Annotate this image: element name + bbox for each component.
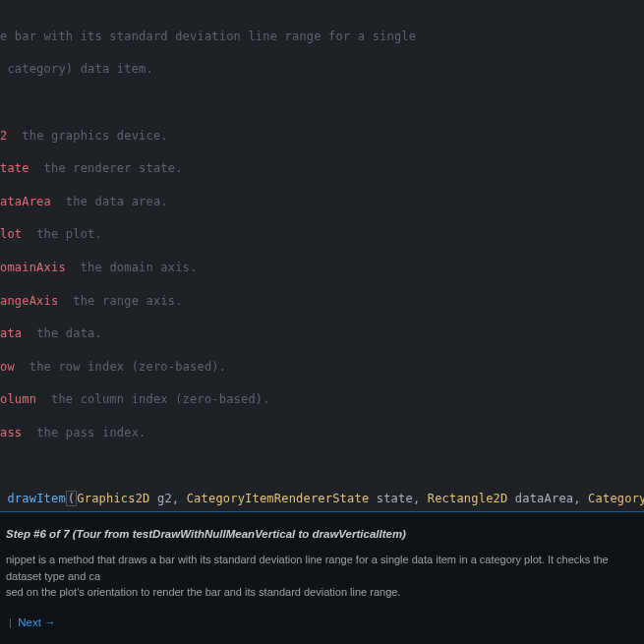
param-name: ataArea (0, 195, 51, 208)
param: state (377, 492, 413, 505)
param-desc: the domain axis. (66, 261, 198, 274)
comment-line: category) data item. (0, 62, 153, 76)
param-desc: the column index (zero-based). (36, 392, 270, 406)
param-desc: the row index (zero-based). (15, 360, 226, 374)
param-name: ass (0, 426, 22, 439)
param-desc: the pass index. (22, 426, 146, 439)
type-name: Graphics2D (77, 492, 149, 505)
type-name: Rectangle2D (428, 492, 508, 505)
method-name: drawItem (7, 492, 65, 505)
cursor-icon: ( (66, 491, 77, 506)
param-name: ow (0, 360, 15, 374)
param-name: tate (0, 161, 29, 175)
param-desc: the graphics device. (7, 129, 167, 143)
param-desc: the range axis. (58, 294, 182, 308)
param-desc: the plot. (22, 227, 102, 241)
param-desc: the data area. (51, 195, 168, 208)
tour-step-title: Step #6 of 7 (Tour from testDrawWithNull… (6, 526, 638, 542)
param: dataArea (515, 492, 573, 505)
type-name: CategoryPlot (588, 492, 644, 505)
param-desc: the renderer state. (29, 161, 183, 175)
tour-panel: Step #6 of 7 (Tour from testDrawWithNull… (0, 511, 644, 644)
tour-description: nippet is a method that draws a bar with… (6, 552, 638, 601)
param-name: angeAxis (0, 294, 58, 308)
param-name: olumn (0, 392, 36, 406)
next-button[interactable]: Next → (18, 616, 55, 628)
param: g2 (157, 492, 172, 505)
comment-line: e bar with its standard deviation line r… (0, 29, 416, 43)
type-name: CategoryItemRendererState (187, 492, 370, 505)
param-desc: the data. (22, 326, 102, 340)
param-name: ata (0, 326, 22, 340)
param-name: omainAxis (0, 261, 66, 274)
param-name: lot (0, 227, 22, 241)
tour-navigation: | Next → (6, 615, 638, 630)
nav-separator: | (9, 616, 12, 628)
